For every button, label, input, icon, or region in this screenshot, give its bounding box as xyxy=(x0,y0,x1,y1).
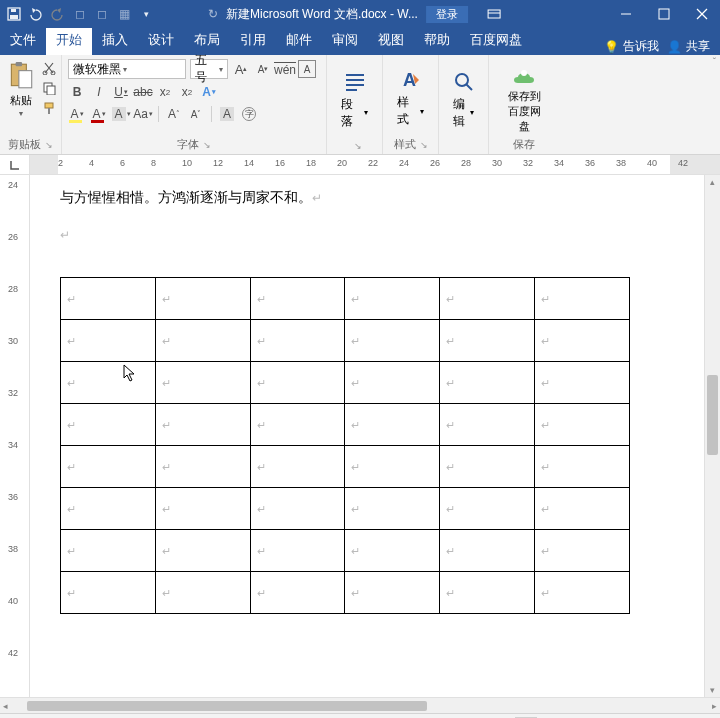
table-cell[interactable]: ↵ xyxy=(440,446,535,488)
document-page[interactable]: 与方惺惺相惜。方鸿渐逐渐与周家不和。↵ ↵ ↵↵↵↵↵↵↵↵↵↵↵↵↵↵↵↵↵↵… xyxy=(30,175,704,697)
copy-icon[interactable] xyxy=(40,79,58,97)
table-cell[interactable]: ↵ xyxy=(250,488,345,530)
close-button[interactable] xyxy=(684,0,720,28)
table-cell[interactable]: ↵ xyxy=(345,278,440,320)
hscroll-thumb[interactable] xyxy=(27,701,427,711)
scroll-right-icon[interactable]: ▸ xyxy=(709,701,720,711)
tab-design[interactable]: 设计 xyxy=(138,26,184,55)
table-cell[interactable]: ↵ xyxy=(535,404,630,446)
paste-button[interactable]: 粘贴 ▼ xyxy=(6,59,36,119)
document-table[interactable]: ↵↵↵↵↵↵↵↵↵↵↵↵↵↵↵↵↵↵↵↵↵↵↵↵↵↵↵↵↵↵↵↵↵↵↵↵↵↵↵↵… xyxy=(60,277,630,614)
table-cell[interactable]: ↵ xyxy=(345,446,440,488)
highlight-icon[interactable]: A▾ xyxy=(68,105,86,123)
table-cell[interactable]: ↵ xyxy=(440,404,535,446)
underline-icon[interactable]: U▾ xyxy=(112,83,130,101)
vertical-scrollbar[interactable]: ▴ ▾ xyxy=(704,175,720,697)
table-cell[interactable]: ↵ xyxy=(345,404,440,446)
table-cell[interactable]: ↵ xyxy=(155,488,250,530)
dialog-launcher-icon[interactable]: ↘ xyxy=(354,141,362,151)
table-cell[interactable]: ↵ xyxy=(250,530,345,572)
table-cell[interactable]: ↵ xyxy=(61,320,156,362)
table-cell[interactable]: ↵ xyxy=(155,320,250,362)
table-cell[interactable]: ↵ xyxy=(155,278,250,320)
table-cell[interactable]: ↵ xyxy=(535,446,630,488)
table-cell[interactable]: ↵ xyxy=(345,530,440,572)
table-cell[interactable]: ↵ xyxy=(61,446,156,488)
tab-view[interactable]: 视图 xyxy=(368,26,414,55)
shrink-font2-icon[interactable]: A˅ xyxy=(187,105,205,123)
scroll-down-icon[interactable]: ▾ xyxy=(705,685,720,695)
grow-font-icon[interactable]: A▴ xyxy=(232,60,250,78)
superscript-icon[interactable]: x2 xyxy=(178,83,196,101)
text-effects-icon[interactable]: A▾ xyxy=(200,83,218,101)
table-cell[interactable]: ↵ xyxy=(345,572,440,614)
scroll-up-icon[interactable]: ▴ xyxy=(705,175,720,187)
dialog-launcher-icon[interactable]: ↘ xyxy=(203,140,211,150)
char-shading-icon[interactable]: A▾ xyxy=(112,105,130,123)
table-cell[interactable]: ↵ xyxy=(440,320,535,362)
qat-icon[interactable]: ▦ xyxy=(116,6,132,22)
char-shading2-icon[interactable]: A xyxy=(218,105,236,123)
table-cell[interactable]: ↵ xyxy=(155,572,250,614)
table-row[interactable]: ↵↵↵↵↵↵ xyxy=(61,278,630,320)
table-cell[interactable]: ↵ xyxy=(440,572,535,614)
table-cell[interactable]: ↵ xyxy=(61,530,156,572)
minimize-button[interactable] xyxy=(608,0,644,28)
font-name-combo[interactable]: 微软雅黑 xyxy=(68,59,186,79)
redo-icon[interactable] xyxy=(50,6,66,22)
phonetic-guide-icon[interactable]: wén xyxy=(276,60,294,78)
table-cell[interactable]: ↵ xyxy=(440,488,535,530)
tab-home[interactable]: 开始 xyxy=(46,26,92,55)
tab-mail[interactable]: 邮件 xyxy=(276,26,322,55)
ribbon-display-icon[interactable] xyxy=(476,0,512,28)
cut-icon[interactable] xyxy=(40,59,58,77)
tab-review[interactable]: 审阅 xyxy=(322,26,368,55)
vertical-ruler[interactable]: 24262830323436384042 xyxy=(0,175,30,697)
tell-me-button[interactable]: 💡告诉我 xyxy=(604,38,659,55)
table-cell[interactable]: ↵ xyxy=(155,362,250,404)
font-size-combo[interactable]: 五号 xyxy=(190,59,228,79)
change-case-icon[interactable]: Aa▾ xyxy=(134,105,152,123)
table-cell[interactable]: ↵ xyxy=(155,446,250,488)
table-row[interactable]: ↵↵↵↵↵↵ xyxy=(61,362,630,404)
table-row[interactable]: ↵↵↵↵↵↵ xyxy=(61,572,630,614)
table-cell[interactable]: ↵ xyxy=(250,362,345,404)
table-row[interactable]: ↵↵↵↵↵↵ xyxy=(61,320,630,362)
table-cell[interactable]: ↵ xyxy=(250,404,345,446)
qat-icon[interactable]: ◻ xyxy=(94,6,110,22)
table-row[interactable]: ↵↵↵↵↵↵ xyxy=(61,404,630,446)
table-cell[interactable]: ↵ xyxy=(440,530,535,572)
table-cell[interactable]: ↵ xyxy=(535,572,630,614)
shrink-font-icon[interactable]: A▾ xyxy=(254,60,272,78)
table-cell[interactable]: ↵ xyxy=(250,446,345,488)
tab-layout[interactable]: 布局 xyxy=(184,26,230,55)
char-border-icon[interactable]: A xyxy=(298,60,316,78)
tab-selector[interactable] xyxy=(0,155,30,174)
horizontal-scrollbar[interactable]: ◂ ▸ xyxy=(0,697,720,713)
chevron-down-icon[interactable]: ▾ xyxy=(138,6,154,22)
table-cell[interactable]: ↵ xyxy=(155,404,250,446)
table-cell[interactable]: ↵ xyxy=(250,320,345,362)
tab-help[interactable]: 帮助 xyxy=(414,26,460,55)
subscript-icon[interactable]: x2 xyxy=(156,83,174,101)
paragraph-button[interactable]: 段落▾ xyxy=(333,59,376,138)
table-cell[interactable]: ↵ xyxy=(345,320,440,362)
dialog-launcher-icon[interactable]: ↘ xyxy=(420,140,428,150)
table-row[interactable]: ↵↵↵↵↵↵ xyxy=(61,530,630,572)
strikethrough-icon[interactable]: abc xyxy=(134,83,152,101)
table-cell[interactable]: ↵ xyxy=(61,404,156,446)
dialog-launcher-icon[interactable]: ↘ xyxy=(45,140,53,150)
table-cell[interactable]: ↵ xyxy=(61,362,156,404)
login-button[interactable]: 登录 xyxy=(426,6,468,23)
editing-button[interactable]: 编辑▾ xyxy=(445,59,482,138)
table-cell[interactable]: ↵ xyxy=(440,362,535,404)
bold-icon[interactable]: B xyxy=(68,83,86,101)
scroll-left-icon[interactable]: ◂ xyxy=(0,701,11,711)
table-cell[interactable]: ↵ xyxy=(250,278,345,320)
table-cell[interactable]: ↵ xyxy=(61,488,156,530)
table-cell[interactable]: ↵ xyxy=(535,320,630,362)
table-cell[interactable]: ↵ xyxy=(61,572,156,614)
tab-file[interactable]: 文件 xyxy=(0,26,46,55)
collapse-ribbon-icon[interactable]: ˇ xyxy=(709,55,720,154)
table-cell[interactable]: ↵ xyxy=(155,530,250,572)
